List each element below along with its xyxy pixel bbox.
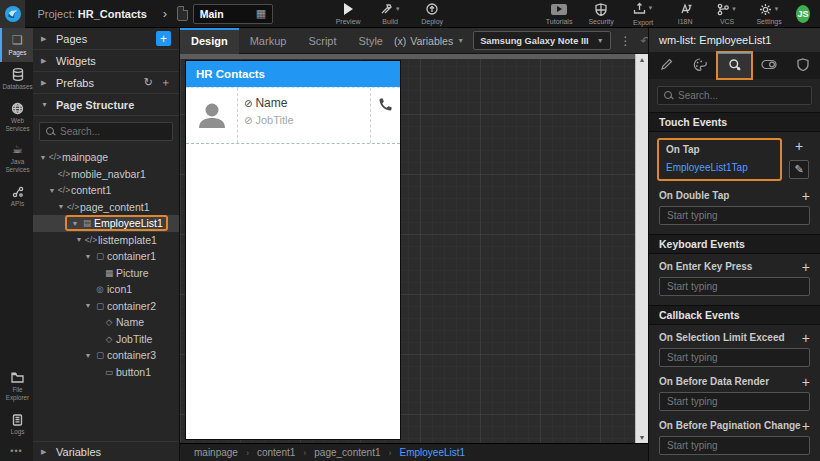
caret-down-icon[interactable]: ▼ <box>47 187 57 194</box>
name-widget[interactable]: ⊘ Name <box>244 96 364 110</box>
tree-node-mainpage[interactable]: ▼</>mainpage <box>33 149 179 166</box>
deploy-button[interactable]: Deploy <box>416 3 448 25</box>
panel-section-page-structure[interactable]: ▼ Page Structure <box>33 94 179 116</box>
mobile-navbar[interactable]: HR Contacts <box>186 61 400 87</box>
tree-node-container2[interactable]: ▼▢container2 <box>33 298 179 315</box>
rail-item-apis[interactable]: APIs <box>0 179 33 213</box>
i18n-button[interactable]: I18N <box>669 3 701 25</box>
event-handler-input[interactable] <box>659 277 810 296</box>
panel-section-prefabs[interactable]: ▶ Prefabs ↻ ＋ <box>33 72 179 94</box>
scroll-up-icon[interactable]: ▲ <box>639 56 646 63</box>
tab-design[interactable]: Design <box>180 28 239 54</box>
add-event-icon[interactable]: + <box>795 141 803 151</box>
grid-view-icon[interactable]: ▦ <box>256 7 266 20</box>
event-handler-input[interactable] <box>659 348 810 367</box>
properties-tab-toggle[interactable] <box>752 52 786 79</box>
page-selector-dropdown[interactable]: Main ▦ <box>193 4 273 24</box>
properties-tab-security-shield[interactable] <box>786 52 820 79</box>
jobtitle-widget[interactable]: ⊘ JobTitle <box>244 114 364 126</box>
events-search-input[interactable] <box>678 90 805 101</box>
events-search[interactable] <box>657 86 812 105</box>
panel-section-pages[interactable]: ▶ Pages + <box>33 28 179 50</box>
tree-node-label: mainpage <box>62 151 108 163</box>
tab-style[interactable]: Style <box>348 28 394 54</box>
tab-markup[interactable]: Markup <box>239 28 298 54</box>
add-event-icon[interactable]: + <box>802 333 810 343</box>
call-button-widget[interactable] <box>370 88 400 143</box>
tree-node-listtemplate1[interactable]: ▼</>listtemplate1 <box>33 232 179 249</box>
ellipsis-icon[interactable]: ••• <box>0 441 33 461</box>
list-item-content[interactable]: ⊘ Name ⊘ JobTitle <box>238 88 370 143</box>
structure-search-input[interactable] <box>60 126 166 137</box>
panel-section-widgets[interactable]: ▶ Widgets <box>33 50 179 72</box>
tree-node-jobtitle[interactable]: ◇JobTitle <box>33 331 179 348</box>
build-button[interactable]: ▼ Build <box>374 3 406 25</box>
refresh-icon[interactable]: ↻ <box>144 76 153 89</box>
breadcrumb-separator-icon: › <box>388 448 391 458</box>
rail-item-file-explorer[interactable]: File Explorer <box>0 365 33 407</box>
canvas-scrollbar[interactable]: ▲ ▼ <box>635 54 648 443</box>
scroll-down-icon[interactable]: ▼ <box>639 434 646 441</box>
caret-down-icon[interactable]: ▼ <box>83 352 93 359</box>
tree-node-container1[interactable]: ▼▢container1 <box>33 248 179 265</box>
tree-node-picture[interactable]: ▦Picture <box>33 265 179 282</box>
tree-node-button1[interactable]: ▭button1 <box>33 364 179 381</box>
caret-down-icon[interactable]: ▼ <box>38 154 48 161</box>
tree-node-name[interactable]: ◇Name <box>33 314 179 331</box>
add-prefab-button[interactable]: ＋ <box>160 75 171 90</box>
user-avatar[interactable]: JS <box>796 5 810 23</box>
add-event-icon[interactable]: + <box>802 262 810 272</box>
tree-node-employeelist1[interactable]: ▼▤EmployeeList1 <box>33 215 179 232</box>
rail-item-web-services[interactable]: Web Services <box>0 96 33 138</box>
tree-node-icon1[interactable]: ◎icon1 <box>33 281 179 298</box>
caret-down-icon[interactable]: ▼ <box>56 203 66 210</box>
breadcrumb: mainpage›content1›page_content1›Employee… <box>180 443 648 461</box>
tutorials-button[interactable]: Tutorials <box>543 3 575 25</box>
device-preview[interactable]: HR Contacts ⊘ Name <box>186 61 400 439</box>
variables-dropdown[interactable]: (x) Variables ▼ <box>394 35 464 47</box>
device-selector[interactable]: Samsung Galaxy Note III ▼ <box>473 31 610 50</box>
add-page-button[interactable]: + <box>156 31 171 46</box>
properties-tab-properties-pencil[interactable] <box>649 52 683 79</box>
breadcrumb-item-mainpage[interactable]: mainpage <box>194 447 238 458</box>
design-canvas[interactable]: HR Contacts ⊘ Name <box>180 54 648 443</box>
preview-button[interactable]: Preview <box>332 3 364 25</box>
vcs-button[interactable]: ▼ VCS <box>711 3 743 25</box>
rail-item-logs[interactable]: Logs <box>0 407 33 441</box>
add-event-icon[interactable]: + <box>802 377 810 387</box>
list-item-template[interactable]: ⊘ Name ⊘ JobTitle <box>186 87 400 144</box>
chevron-right-icon[interactable]: › <box>163 6 167 21</box>
rail-item-java-services[interactable]: ☕ Java Services <box>0 137 33 179</box>
tree-node-mobile_navbar1[interactable]: </>mobile_navbar1 <box>33 166 179 183</box>
settings-button[interactable]: ▼ Settings <box>753 3 785 25</box>
tree-node-page_content1[interactable]: ▼</>page_content1 <box>33 199 179 216</box>
tree-node-container3[interactable]: ▼▢container3 <box>33 347 179 364</box>
event-handler-link[interactable]: EmployeeList1Tap <box>666 162 773 173</box>
rail-item-databases[interactable]: Databases <box>0 62 33 96</box>
structure-search[interactable] <box>39 122 173 141</box>
app-logo[interactable] <box>0 0 25 28</box>
export-button[interactable]: ▼ Export <box>627 2 659 26</box>
caret-down-icon[interactable]: ▼ <box>74 236 84 243</box>
tree-node-content1[interactable]: ▼</>content1 <box>33 182 179 199</box>
caret-down-icon[interactable]: ▼ <box>83 302 93 309</box>
event-handler-input[interactable] <box>659 206 810 225</box>
properties-tab-styles-palette[interactable] <box>683 52 717 79</box>
caret-down-icon[interactable]: ▼ <box>70 220 80 227</box>
breadcrumb-item-employeelist1[interactable]: EmployeeList1 <box>399 447 465 458</box>
event-handler-input[interactable] <box>659 392 810 411</box>
variables-section[interactable]: ▶ Variables <box>33 441 179 461</box>
picture-widget[interactable] <box>186 88 238 143</box>
properties-tab-events[interactable] <box>717 52 751 79</box>
rail-item-pages[interactable]: ❏ Pages <box>0 28 33 62</box>
add-event-icon[interactable]: + <box>802 191 810 201</box>
edit-script-button[interactable]: ✎ <box>789 160 809 179</box>
more-options-icon[interactable]: ⋮ <box>620 34 632 48</box>
security-button[interactable]: Security <box>585 3 617 25</box>
breadcrumb-item-page_content1[interactable]: page_content1 <box>314 447 380 458</box>
add-event-icon[interactable]: + <box>802 421 810 431</box>
breadcrumb-item-content1[interactable]: content1 <box>257 447 295 458</box>
event-handler-input[interactable] <box>659 436 810 455</box>
tab-script[interactable]: Script <box>297 28 347 54</box>
caret-down-icon[interactable]: ▼ <box>83 253 93 260</box>
